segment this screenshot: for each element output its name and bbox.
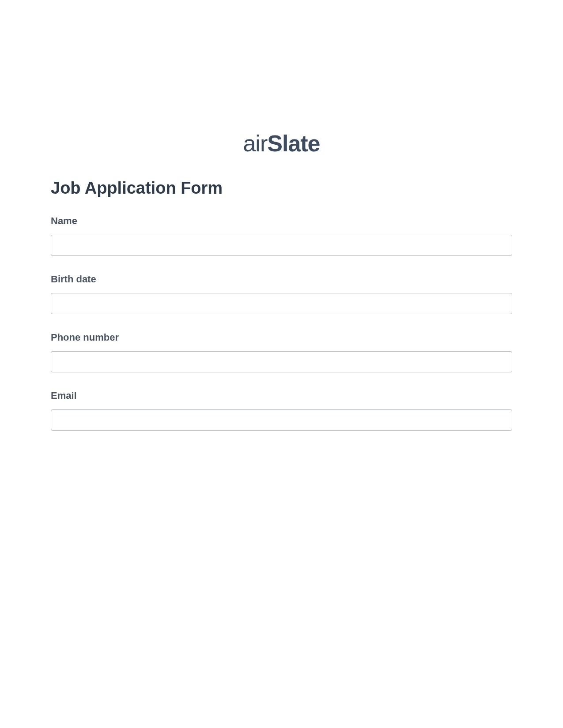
name-input[interactable] xyxy=(51,235,512,256)
form-group-name: Name xyxy=(51,215,512,256)
logo-part-air: air xyxy=(243,131,267,156)
form-group-phone: Phone number xyxy=(51,332,512,372)
logo-wrap: airSlate xyxy=(51,130,512,157)
name-label: Name xyxy=(51,215,512,227)
phone-input[interactable] xyxy=(51,351,512,372)
email-label: Email xyxy=(51,390,512,402)
form-title: Job Application Form xyxy=(51,179,512,198)
form-container: airSlate Job Application Form Name Birth… xyxy=(0,0,563,431)
airslate-logo: airSlate xyxy=(243,130,320,157)
phone-label: Phone number xyxy=(51,332,512,343)
birthdate-label: Birth date xyxy=(51,274,512,285)
birthdate-input[interactable] xyxy=(51,293,512,314)
email-input[interactable] xyxy=(51,409,512,431)
form-group-email: Email xyxy=(51,390,512,431)
form-group-birthdate: Birth date xyxy=(51,274,512,314)
logo-part-slate: Slate xyxy=(267,131,320,156)
